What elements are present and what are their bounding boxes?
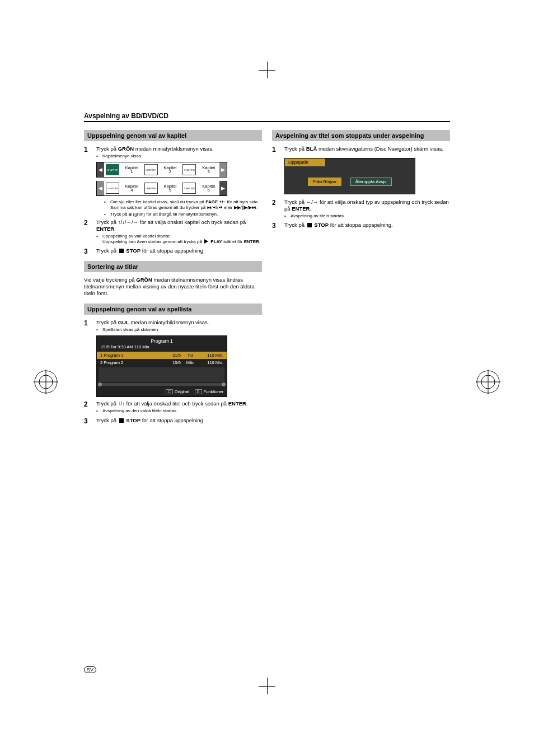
chapter-thumb: CHAPTER [182,183,196,194]
section-rule [84,121,450,122]
resume-from-start-button: Från Början [308,178,341,186]
language-badge: SV [84,666,96,673]
stop-icon [119,418,124,423]
arrow-glyphs: ↑/↓/←/→ [118,219,138,225]
bullet-text: Spellistan visas på skärmen. [102,327,159,333]
playlist-row: 1 Program 1 21/5 Tor 110 Min. [97,352,227,359]
resume-dialog-title: Uppspeln [285,158,325,166]
playlist-step-1: 1 Tryck på GUL medan miniatyrbildsmenyn … [84,319,262,332]
registration-mark-bottom [259,678,275,694]
right-step-3: 3 Tryck på STOP för att stoppa uppspelni… [272,222,450,230]
playlist-illustration: Program 1 21/5 Tor 9:30 AM 110 Min. 1 Pr… [96,335,227,397]
step-number: 2 [84,400,92,413]
chapter-thumb: CHAPTER [106,183,119,194]
step-number: 1 [84,146,92,158]
step-number: 1 [84,319,92,332]
playlist-step-3: 3 Tryck på STOP för att stoppa uppspelni… [84,417,262,425]
right-column: Avspelning av titel som stoppats under a… [272,130,450,428]
step-number: 2 [272,199,280,218]
step-3: 3 Tryck på STOP för att stoppa uppspelni… [84,248,262,255]
left-column: Uppspelning genom val av kapitel 1 Tryck… [84,130,262,428]
step-number: 2 [84,219,92,244]
arrow-right-icon: ▶ [219,162,227,177]
arrow-right-icon: ▶ [219,181,227,195]
chapter-menu-illustration: ◀ CHAPTERKapitel1 CHAPTERKapitel2 CHAPTE… [84,162,262,196]
chapter-thumb: CHAPTER [144,164,158,175]
paragraph: Vid varje tryckning på GRÖN medan titeln… [84,277,262,297]
chapter-thumb: CHAPTER [144,183,158,194]
heading-chapter-playback: Uppspelning genom val av kapitel [84,130,262,141]
playlist-row: 2 Program 2 15/6 Mån 110 Min. [97,359,227,366]
step-number: 3 [84,417,92,425]
step-1: 1 Tryck på GRÖN medan miniatyrbildsmenyn… [84,146,262,158]
registration-mark-top [259,62,275,78]
transport-glyphs: ▶▶/‖▶/▶⏭ [234,205,256,210]
registration-mark-left [34,370,58,394]
chapter-thumb: CHAPTER [106,164,119,175]
step-2: 2 Tryck på ↑/↓/←/→ för att välja önskat … [84,219,262,244]
page-section-title: Avspelning av BD/DVD/CD [84,112,450,120]
play-icon [204,239,208,244]
bullet-text: Kapitelmenyn visas. [102,153,142,159]
heading-sort-titles: Sortering av titlar [84,261,262,272]
arrow-left-icon: ◀ [97,162,104,177]
arrow-glyphs: ←/→ [306,199,318,205]
text: medan miniatyrbildsmenyn visas. [134,146,214,152]
stop-icon [119,249,124,253]
bullet-text: Om sju eller fler kapitel visas, skall d… [110,199,262,210]
step-number: 3 [272,222,280,230]
text: Tryck på [96,146,118,152]
transport-glyphs: ⏮/◀‖/◀▮ [207,205,223,210]
arrow-glyphs: ↑/↓ [118,400,125,407]
step-number: 3 [84,248,92,255]
stop-icon [307,223,312,227]
right-step-2: 2 Tryck på ←/→ för att välja önskad typ … [272,199,450,218]
playlist-subheader: 21/5 Tor 9:30 AM 110 Min. [97,344,227,352]
heading-playlist-playback: Uppspelning genom val av spellista [84,304,262,315]
registration-mark-right [476,370,500,394]
heading-resume-playback: Avspelning av titel som stoppats under a… [272,130,450,141]
bullet-text: Uppspelning av valt kapitel startar. Upp… [102,234,260,244]
bullet-text: Avspelning av den valda titeln startas. [102,408,177,414]
resume-continue-button: Återuppta Avsp. [350,178,392,186]
arrow-left-icon: ◀ [97,181,104,195]
playlist-header: Program 1 [97,336,227,344]
bold: GRÖN [118,146,134,152]
playlist-step-2: 2 Tryck på ↑/↓ för att välja önskad tite… [84,400,262,413]
step-number: 1 [272,146,280,153]
key-c-tag: C [166,389,173,394]
key-d-tag: D [195,389,202,394]
chapter-thumb: CHAPTER [182,164,196,175]
bullet-text: Tryck på B (grön) för att återgå till mi… [110,212,218,217]
right-step-1: 1 Tryck på BLÅ medan skivnavigatorns (Di… [272,146,450,153]
bullet-text: Avspelning av titeln startas. [291,213,345,219]
resume-dialog-illustration: Uppspeln Från Början Återuppta Avsp. [284,158,415,194]
scrollbar [99,383,224,386]
